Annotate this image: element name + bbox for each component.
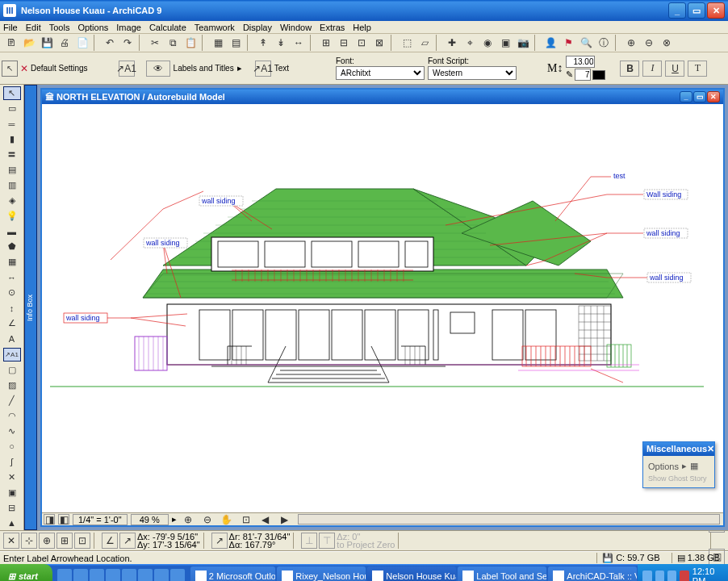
mesh-tool[interactable]: ▦ (3, 255, 21, 269)
label-tool[interactable]: ↗A1 (3, 348, 21, 362)
level-dim-tool[interactable]: ↕ (3, 301, 21, 315)
font-size-input[interactable] (566, 56, 595, 68)
misc-close-icon[interactable]: ✕ (707, 444, 714, 454)
tray-icon-1[interactable] (642, 571, 651, 581)
tb-icon-4[interactable]: ⊞ (318, 35, 334, 51)
task-label-tool[interactable]: Label Tool and Sett... (458, 566, 546, 581)
column-tool[interactable]: ▮ (3, 132, 21, 146)
print-button[interactable]: 🖨 (56, 35, 73, 51)
new-button[interactable]: 🖹 (3, 35, 19, 51)
fill-tool[interactable]: ▨ (3, 378, 21, 392)
arc-tool[interactable]: ◠ (3, 409, 21, 423)
close-small-icon[interactable]: ✕ (21, 61, 27, 77)
italic-button[interactable]: I (642, 61, 662, 77)
doc-close-button[interactable]: ✕ (707, 91, 720, 102)
menu-options[interactable]: Options (77, 23, 108, 32)
open-button[interactable]: 📂 (21, 35, 37, 51)
magnify-icon[interactable]: 🔍 (578, 35, 594, 51)
polyline-tool[interactable]: ∿ (3, 424, 21, 438)
ql-icon-6[interactable] (138, 569, 153, 581)
nav-icon-3[interactable]: ✋ (219, 514, 235, 525)
coord-icon-2[interactable]: ⊹ (21, 533, 37, 549)
copy-button[interactable]: ⧉ (165, 35, 181, 51)
maximize-button[interactable]: ▭ (688, 2, 705, 19)
window-tool[interactable]: ▤ (3, 163, 21, 177)
menu-extras[interactable]: Extras (320, 23, 345, 32)
pen-input[interactable] (575, 69, 591, 81)
arrow-icon[interactable]: ↖ (2, 61, 18, 77)
hotspot-tool[interactable]: ✕ (3, 470, 21, 484)
bold-button[interactable]: B (620, 61, 639, 77)
coord-icon-9[interactable]: ⊥ (301, 533, 317, 549)
tb-icon-12[interactable]: ▣ (497, 35, 513, 51)
beam-tool[interactable]: 〓 (3, 148, 21, 161)
task-browser[interactable]: ArchiCAD-Talk :: Vi... (548, 566, 637, 581)
menu-help[interactable]: Help (353, 23, 371, 32)
door-tool[interactable]: ▥ (3, 178, 21, 192)
dimension-tool[interactable]: ↔ (3, 270, 21, 284)
clock[interactable]: 12:10 PM (692, 566, 723, 581)
grid-button[interactable]: ▦ (210, 35, 226, 51)
marquee-tool[interactable]: ▭ (3, 102, 21, 115)
zoom-control-1[interactable]: ◨ (44, 514, 55, 525)
hscrollbar[interactable] (298, 514, 720, 525)
coord-icon-5[interactable]: ⊡ (74, 533, 90, 549)
person-icon[interactable]: 👤 (542, 35, 559, 51)
tb-icon-9[interactable]: ▱ (416, 35, 433, 51)
nav-icon-4[interactable]: ⊡ (238, 514, 254, 525)
circle-tool[interactable]: ○ (3, 440, 21, 454)
menu-calculate[interactable]: Calculate (149, 23, 186, 32)
task-folder[interactable]: Rixey_Nelson House (277, 566, 366, 581)
camera-tool[interactable]: ▲ (3, 516, 21, 530)
tb-icon-14[interactable]: ⊖ (641, 35, 657, 51)
misc-options-label[interactable]: Options (648, 462, 679, 471)
nav-icon-6[interactable]: ▶ (277, 514, 293, 525)
ql-icon-4[interactable] (106, 569, 120, 581)
paste-button[interactable]: 📋 (182, 35, 199, 51)
line-tool[interactable]: ╱ (3, 394, 21, 408)
infobox-tab[interactable]: Info Box (24, 85, 37, 530)
zone-tool[interactable]: ▢ (3, 363, 21, 377)
nav-icon-5[interactable]: ◀ (257, 514, 274, 525)
save-button[interactable]: 💾 (39, 35, 55, 51)
coord-icon-1[interactable]: ✕ (3, 533, 19, 549)
minimize-button[interactable]: _ (668, 2, 686, 19)
undo-button[interactable]: ↶ (102, 35, 118, 51)
coord-icon-10[interactable]: ⊤ (319, 533, 335, 549)
close-button[interactable]: ✕ (707, 2, 725, 19)
coord-icon-3[interactable]: ⊕ (39, 533, 55, 549)
radial-dim-tool[interactable]: ⊙ (3, 286, 21, 299)
figure-tool[interactable]: ▣ (3, 486, 21, 499)
menu-window[interactable]: Window (280, 23, 312, 32)
layers-button[interactable]: ▤ (228, 35, 244, 51)
coord-icon-7[interactable]: ↗ (119, 533, 136, 549)
font-select[interactable]: ARchitxt (336, 66, 425, 80)
plot-button[interactable]: 📄 (74, 35, 90, 51)
scale-display[interactable]: 1/4" = 1'-0" (73, 514, 128, 525)
ql-icon-5[interactable] (122, 569, 136, 581)
tb-icon-7[interactable]: ⊠ (371, 35, 387, 51)
ql-icon-8[interactable] (170, 569, 185, 581)
drawing-canvas[interactable]: test Wall siding wall siding wall siding… (42, 104, 723, 512)
textstyle-button[interactable]: T (688, 61, 707, 77)
menu-display[interactable]: Display (243, 23, 272, 32)
tray-icon-4[interactable] (680, 571, 688, 581)
ql-icon-2[interactable] (73, 569, 88, 581)
tb-icon-8[interactable]: ⬚ (399, 35, 415, 51)
slab-tool[interactable]: ▬ (3, 224, 21, 238)
object-tool[interactable]: ◈ (3, 194, 21, 207)
zoom-control-2[interactable]: ◧ (58, 514, 69, 525)
tb-icon-1[interactable]: ↟ (255, 35, 271, 51)
fontscript-select[interactable]: Western (428, 66, 517, 80)
misc-panel-header[interactable]: Miscellaneous ✕ (643, 442, 714, 456)
ql-icon-7[interactable] (154, 569, 169, 581)
coord-icon-6[interactable]: ∠ (102, 533, 118, 549)
tb-icon-10[interactable]: ✚ (444, 35, 460, 51)
menu-edit[interactable]: Edit (26, 23, 41, 32)
redo-button[interactable]: ↷ (119, 35, 136, 51)
tb-icon-11[interactable]: ◉ (479, 35, 496, 51)
doc-minimize-button[interactable]: _ (680, 91, 692, 102)
zoom-display[interactable]: 49 % (131, 514, 169, 525)
menu-file[interactable]: File (3, 23, 18, 32)
spline-tool[interactable]: ∫ (3, 455, 21, 469)
